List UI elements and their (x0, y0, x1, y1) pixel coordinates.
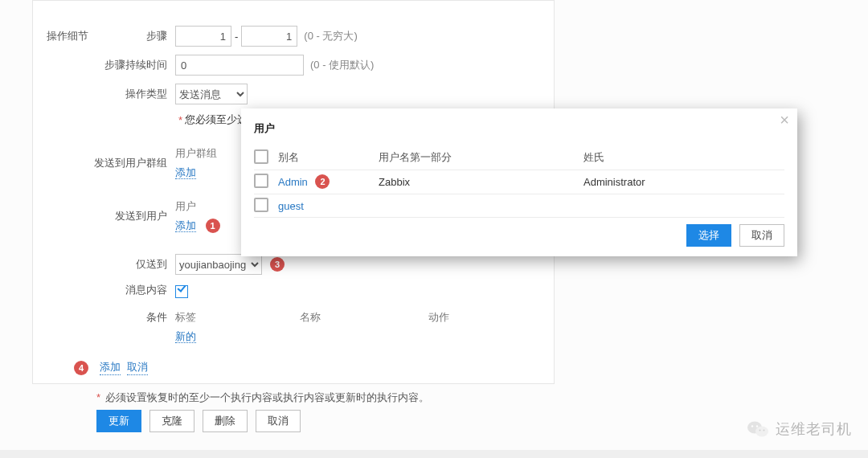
user-group-col-header: 用户群组 (175, 146, 217, 161)
step-duration-input[interactable] (175, 55, 304, 76)
svg-point-2 (751, 425, 753, 427)
svg-point-1 (755, 427, 768, 437)
user-surname: Administrator (583, 176, 784, 188)
label-steps: 步骤 (55, 29, 175, 43)
modal-title: 用户 (254, 121, 275, 136)
step-to-input[interactable] (241, 26, 297, 47)
wechat-icon (747, 419, 769, 439)
cancel-button[interactable]: 取消 (256, 410, 301, 432)
label-op-type: 操作类型 (55, 87, 175, 101)
annotation-badge-3: 3 (270, 257, 285, 272)
modal-user-table: 别名 用户名第一部分 姓氏 Admin 2 Zabbix Administrat… (254, 145, 784, 218)
required-star-icon: * (178, 114, 182, 126)
col-alias: 别名 (278, 150, 379, 165)
add-user-group-link[interactable]: 添加 (175, 166, 196, 179)
user-alias-link[interactable]: Admin 2 (278, 175, 379, 190)
msg-content-checkbox[interactable] (175, 285, 188, 298)
panel-cancel-link[interactable]: 取消 (127, 360, 148, 375)
annotation-badge-1: 1 (206, 219, 220, 233)
cond-col-action: 动作 (428, 310, 449, 325)
cond-new-link[interactable]: 新的 (175, 330, 196, 343)
clone-button[interactable]: 克隆 (149, 410, 194, 432)
required-star-icon: * (96, 391, 100, 403)
svg-point-4 (760, 430, 761, 431)
col-surname: 姓氏 (583, 150, 784, 165)
label-send-only-to: 仅送到 (55, 257, 175, 272)
table-row: guest (254, 194, 784, 218)
table-header-row: 别名 用户名第一部分 姓氏 (254, 145, 784, 170)
user-col-header: 用户 (175, 199, 220, 214)
panel-add-link[interactable]: 添加 (100, 360, 121, 375)
label-send-to-user-group: 发送到用户群组 (55, 156, 175, 170)
step-hint: (0 - 无穷大) (304, 29, 357, 43)
step-duration-hint: (0 - 使用默认) (310, 58, 374, 72)
cond-col-tag: 标签 (175, 310, 300, 325)
label-send-to-user: 发送到用户 (55, 209, 175, 223)
col-firstname: 用户名第一部分 (379, 150, 583, 165)
modal-select-button[interactable]: 选择 (686, 224, 731, 247)
cond-col-name: 名称 (300, 310, 428, 325)
row-checkbox[interactable] (254, 174, 268, 188)
select-all-checkbox[interactable] (254, 149, 268, 164)
modal-cancel-button[interactable]: 取消 (739, 224, 784, 247)
footer-required-note: * 必须设置恢复时的至少一个执行内容或执行内容或更新时的执行内容。 (96, 391, 429, 405)
annotation-badge-2: 2 (315, 174, 330, 189)
svg-point-3 (756, 425, 758, 427)
brand-watermark: 运维老司机 (747, 419, 852, 439)
update-button[interactable]: 更新 (96, 410, 141, 432)
label-step-duration: 步骤持续时间 (55, 58, 175, 72)
table-row: Admin 2 Zabbix Administrator (254, 170, 784, 194)
delete-button[interactable]: 删除 (203, 410, 248, 432)
user-firstname: Zabbix (379, 176, 583, 188)
close-icon[interactable]: × (780, 112, 789, 128)
op-type-select[interactable]: 发送消息 (175, 84, 248, 104)
user-alias-link[interactable]: guest (278, 200, 379, 212)
required-note: 您必须至少选 (185, 112, 248, 127)
label-msg-content: 消息内容 (55, 283, 175, 297)
step-from-input[interactable] (175, 26, 231, 47)
step-range-dash: - (235, 31, 238, 43)
add-user-link[interactable]: 添加 (175, 219, 196, 232)
user-modal: × 用户 别名 用户名第一部分 姓氏 Admin 2 Zabbix Admini… (241, 108, 797, 256)
page-footer-bar (0, 450, 868, 458)
send-only-to-select[interactable]: youjianbaojing (175, 254, 262, 275)
annotation-badge-4: 4 (74, 361, 88, 375)
svg-point-5 (764, 430, 765, 431)
row-checkbox[interactable] (254, 198, 268, 212)
label-conditions: 条件 (55, 310, 175, 325)
